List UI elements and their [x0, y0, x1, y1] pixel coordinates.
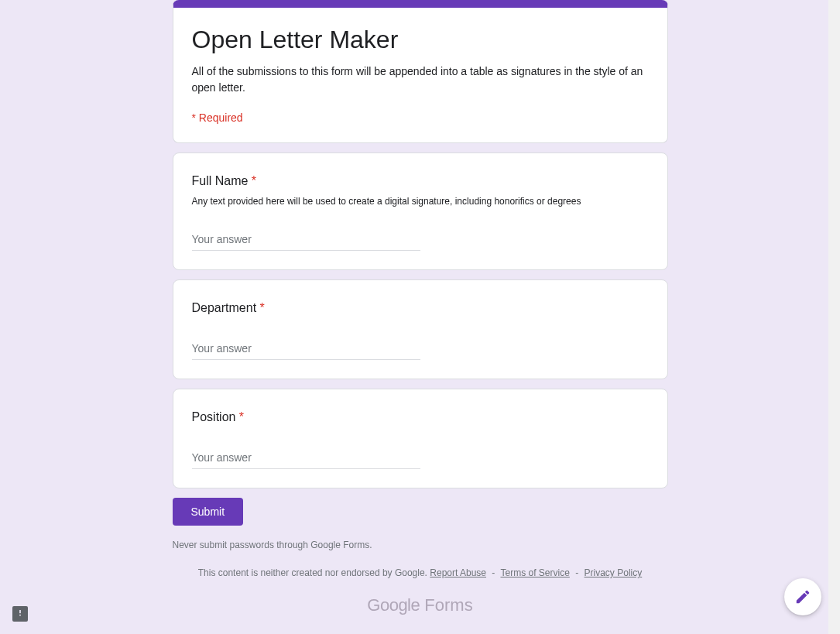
question-label-text: Department: [192, 301, 257, 314]
required-legend: * Required: [192, 111, 649, 124]
google-forms-logo[interactable]: Google Forms: [173, 595, 668, 615]
feedback-icon: [12, 606, 28, 622]
footer-separator: -: [492, 567, 495, 578]
required-asterisk: *: [248, 174, 256, 187]
form-description: All of the submissions to this form will…: [192, 63, 649, 96]
forms-logo-text: Forms: [420, 595, 472, 615]
full-name-input[interactable]: [192, 230, 420, 251]
question-label: Position *: [192, 408, 649, 427]
question-label: Department *: [192, 299, 649, 317]
pencil-icon: [794, 588, 811, 605]
submit-button[interactable]: Submit: [173, 498, 244, 526]
question-helper-text: Any text provided here will be used to c…: [192, 195, 649, 208]
form-title: Open Letter Maker: [192, 25, 649, 54]
form-container: Open Letter Maker All of the submissions…: [173, 0, 668, 615]
question-label: Full Name *: [192, 172, 649, 190]
submit-row: Submit: [173, 498, 668, 526]
footer-disclaimer-line: This content is neither created nor endo…: [173, 567, 668, 578]
question-label-text: Full Name: [192, 174, 249, 187]
report-abuse-link[interactable]: Report Abuse: [430, 567, 486, 578]
form-header-card: Open Letter Maker All of the submissions…: [173, 0, 668, 143]
question-card-full-name: Full Name * Any text provided here will …: [173, 153, 668, 270]
svg-rect-1: [19, 615, 21, 616]
password-warning: Never submit passwords through Google Fo…: [173, 540, 668, 550]
position-input[interactable]: [192, 448, 420, 469]
footer-disclaimer-text: This content is neither created nor endo…: [198, 567, 427, 578]
required-asterisk: *: [235, 410, 244, 423]
question-card-department: Department *: [173, 279, 668, 379]
google-logo-text: Google: [367, 595, 420, 615]
footer-separator: -: [575, 567, 578, 578]
department-input[interactable]: [192, 339, 420, 360]
scrollbar-track[interactable]: [828, 0, 840, 634]
terms-of-service-link[interactable]: Terms of Service: [500, 567, 569, 578]
svg-rect-0: [19, 610, 21, 613]
question-card-position: Position *: [173, 389, 668, 488]
feedback-button[interactable]: [12, 606, 28, 622]
required-asterisk: *: [256, 301, 265, 314]
edit-form-button[interactable]: [784, 578, 821, 615]
privacy-policy-link[interactable]: Privacy Policy: [585, 567, 643, 578]
question-label-text: Position: [192, 410, 236, 423]
